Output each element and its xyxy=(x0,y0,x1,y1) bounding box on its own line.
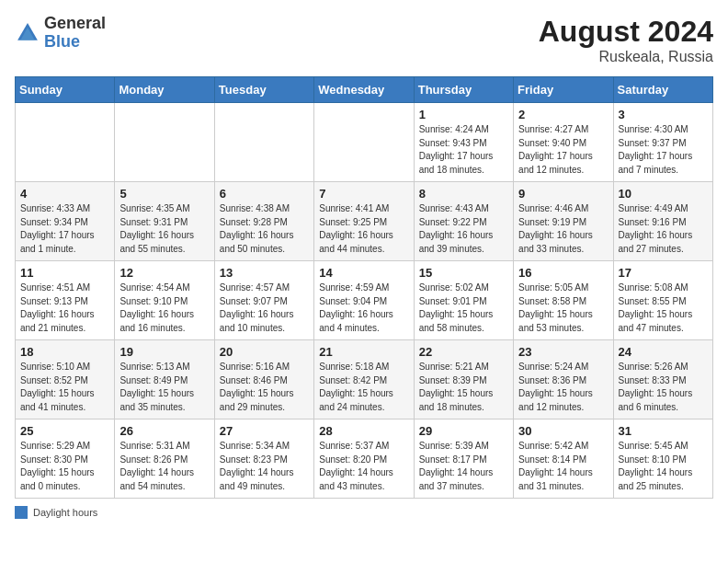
calendar-cell: 6Sunrise: 4:38 AM Sunset: 9:28 PM Daylig… xyxy=(214,182,313,261)
day-info: Sunrise: 5:02 AM Sunset: 9:01 PM Dayligh… xyxy=(419,282,508,335)
logo-icon xyxy=(15,20,40,46)
day-number: 30 xyxy=(518,424,608,438)
day-info: Sunrise: 4:27 AM Sunset: 9:40 PM Dayligh… xyxy=(518,123,608,177)
calendar-cell: 27Sunrise: 5:34 AM Sunset: 8:23 PM Dayli… xyxy=(214,419,313,499)
day-info: Sunrise: 4:30 AM Sunset: 9:37 PM Dayligh… xyxy=(619,123,708,177)
day-info: Sunrise: 4:59 AM Sunset: 9:04 PM Dayligh… xyxy=(319,282,408,335)
calendar-cell: 18Sunrise: 5:10 AM Sunset: 8:52 PM Dayli… xyxy=(16,340,115,419)
day-info: Sunrise: 5:39 AM Sunset: 8:17 PM Dayligh… xyxy=(419,440,508,493)
day-info: Sunrise: 4:49 AM Sunset: 9:16 PM Dayligh… xyxy=(619,202,708,256)
day-info: Sunrise: 5:16 AM Sunset: 8:46 PM Dayligh… xyxy=(220,361,309,414)
day-info: Sunrise: 4:51 AM Sunset: 9:13 PM Dayligh… xyxy=(20,282,109,335)
calendar-cell: 20Sunrise: 5:16 AM Sunset: 8:46 PM Dayli… xyxy=(214,340,313,419)
calendar-cell: 21Sunrise: 5:18 AM Sunset: 8:42 PM Dayli… xyxy=(314,340,414,419)
day-number: 26 xyxy=(119,424,209,438)
day-number: 14 xyxy=(319,266,408,280)
calendar-cell: 5Sunrise: 4:35 AM Sunset: 9:31 PM Daylig… xyxy=(115,182,214,261)
day-info: Sunrise: 5:29 AM Sunset: 8:30 PM Dayligh… xyxy=(20,440,109,493)
logo: General Blue xyxy=(15,15,106,52)
day-number: 12 xyxy=(119,266,209,280)
calendar-week-row: 25Sunrise: 5:29 AM Sunset: 8:30 PM Dayli… xyxy=(16,419,713,499)
day-number: 6 xyxy=(220,187,309,201)
day-number: 9 xyxy=(518,187,608,201)
calendar-cell: 12Sunrise: 4:54 AM Sunset: 9:10 PM Dayli… xyxy=(115,261,214,340)
calendar-cell: 4Sunrise: 4:33 AM Sunset: 9:34 PM Daylig… xyxy=(16,182,115,261)
calendar-cell xyxy=(115,103,214,182)
day-number: 28 xyxy=(319,424,408,438)
day-info: Sunrise: 4:33 AM Sunset: 9:34 PM Dayligh… xyxy=(20,202,109,256)
day-number: 2 xyxy=(518,108,608,121)
day-info: Sunrise: 5:34 AM Sunset: 8:23 PM Dayligh… xyxy=(220,440,309,493)
calendar-cell: 11Sunrise: 4:51 AM Sunset: 9:13 PM Dayli… xyxy=(16,261,115,340)
day-info: Sunrise: 5:26 AM Sunset: 8:33 PM Dayligh… xyxy=(619,361,708,414)
day-number: 3 xyxy=(619,108,708,121)
calendar-cell xyxy=(214,103,313,182)
day-info: Sunrise: 5:42 AM Sunset: 8:14 PM Dayligh… xyxy=(518,440,608,493)
legend-color-box xyxy=(15,506,28,519)
calendar-cell: 24Sunrise: 5:26 AM Sunset: 8:33 PM Dayli… xyxy=(613,340,712,419)
calendar-day-header: Wednesday xyxy=(314,77,414,103)
calendar-cell: 19Sunrise: 5:13 AM Sunset: 8:49 PM Dayli… xyxy=(115,340,214,419)
page-header: General Blue August 2024 Ruskeala, Russi… xyxy=(15,15,713,65)
day-info: Sunrise: 5:31 AM Sunset: 8:26 PM Dayligh… xyxy=(119,440,209,493)
calendar-cell: 10Sunrise: 4:49 AM Sunset: 9:16 PM Dayli… xyxy=(613,182,712,261)
calendar-cell: 28Sunrise: 5:37 AM Sunset: 8:20 PM Dayli… xyxy=(314,419,414,499)
day-number: 4 xyxy=(20,187,109,201)
calendar-cell: 8Sunrise: 4:43 AM Sunset: 9:22 PM Daylig… xyxy=(414,182,513,261)
calendar-day-header: Sunday xyxy=(16,77,115,103)
calendar-cell: 23Sunrise: 5:24 AM Sunset: 8:36 PM Dayli… xyxy=(514,340,613,419)
day-number: 22 xyxy=(419,345,508,359)
day-number: 23 xyxy=(518,345,608,359)
calendar-week-row: 1Sunrise: 4:24 AM Sunset: 9:43 PM Daylig… xyxy=(16,103,713,182)
day-info: Sunrise: 5:18 AM Sunset: 8:42 PM Dayligh… xyxy=(319,361,408,414)
month-year-title: August 2024 xyxy=(539,15,713,49)
calendar-cell: 31Sunrise: 5:45 AM Sunset: 8:10 PM Dayli… xyxy=(613,419,712,499)
day-number: 10 xyxy=(619,187,708,201)
day-number: 7 xyxy=(319,187,408,201)
calendar-cell: 17Sunrise: 5:08 AM Sunset: 8:55 PM Dayli… xyxy=(613,261,712,340)
calendar-day-header: Monday xyxy=(115,77,214,103)
day-info: Sunrise: 5:37 AM Sunset: 8:20 PM Dayligh… xyxy=(319,440,408,493)
day-info: Sunrise: 4:41 AM Sunset: 9:25 PM Dayligh… xyxy=(319,202,408,256)
day-info: Sunrise: 4:38 AM Sunset: 9:28 PM Dayligh… xyxy=(220,202,309,256)
day-number: 15 xyxy=(419,266,508,280)
day-number: 16 xyxy=(518,266,608,280)
location-subtitle: Ruskeala, Russia xyxy=(539,49,713,65)
calendar-cell: 30Sunrise: 5:42 AM Sunset: 8:14 PM Dayli… xyxy=(514,419,613,499)
calendar-cell: 7Sunrise: 4:41 AM Sunset: 9:25 PM Daylig… xyxy=(314,182,414,261)
title-block: August 2024 Ruskeala, Russia xyxy=(539,15,713,65)
calendar-day-header: Saturday xyxy=(613,77,712,103)
day-info: Sunrise: 4:35 AM Sunset: 9:31 PM Dayligh… xyxy=(119,202,209,256)
calendar-day-header: Thursday xyxy=(414,77,513,103)
day-info: Sunrise: 4:43 AM Sunset: 9:22 PM Dayligh… xyxy=(419,202,508,256)
day-info: Sunrise: 5:13 AM Sunset: 8:49 PM Dayligh… xyxy=(119,361,209,414)
day-number: 27 xyxy=(220,424,309,438)
calendar-week-row: 4Sunrise: 4:33 AM Sunset: 9:34 PM Daylig… xyxy=(16,182,713,261)
day-number: 21 xyxy=(319,345,408,359)
day-number: 8 xyxy=(419,187,508,201)
calendar-cell: 16Sunrise: 5:05 AM Sunset: 8:58 PM Dayli… xyxy=(514,261,613,340)
day-info: Sunrise: 5:24 AM Sunset: 8:36 PM Dayligh… xyxy=(518,361,608,414)
calendar-cell: 22Sunrise: 5:21 AM Sunset: 8:39 PM Dayli… xyxy=(414,340,513,419)
calendar-cell: 3Sunrise: 4:30 AM Sunset: 9:37 PM Daylig… xyxy=(613,103,712,182)
calendar-cell: 25Sunrise: 5:29 AM Sunset: 8:30 PM Dayli… xyxy=(16,419,115,499)
day-info: Sunrise: 4:24 AM Sunset: 9:43 PM Dayligh… xyxy=(419,123,508,177)
day-number: 31 xyxy=(619,424,708,438)
day-number: 1 xyxy=(419,108,508,121)
day-number: 20 xyxy=(220,345,309,359)
calendar-header-row: SundayMondayTuesdayWednesdayThursdayFrid… xyxy=(16,77,713,103)
calendar-cell: 2Sunrise: 4:27 AM Sunset: 9:40 PM Daylig… xyxy=(514,103,613,182)
calendar-day-header: Friday xyxy=(514,77,613,103)
day-number: 25 xyxy=(20,424,109,438)
day-info: Sunrise: 5:08 AM Sunset: 8:55 PM Dayligh… xyxy=(619,282,708,335)
day-number: 29 xyxy=(419,424,508,438)
logo-general-text: General xyxy=(44,14,106,32)
calendar-day-header: Tuesday xyxy=(214,77,313,103)
calendar-cell xyxy=(16,103,115,182)
calendar-cell: 15Sunrise: 5:02 AM Sunset: 9:01 PM Dayli… xyxy=(414,261,513,340)
day-number: 18 xyxy=(20,345,109,359)
day-info: Sunrise: 4:46 AM Sunset: 9:19 PM Dayligh… xyxy=(518,202,608,256)
day-info: Sunrise: 5:10 AM Sunset: 8:52 PM Dayligh… xyxy=(20,361,109,414)
logo-blue-text: Blue xyxy=(44,32,80,51)
calendar-cell: 9Sunrise: 4:46 AM Sunset: 9:19 PM Daylig… xyxy=(514,182,613,261)
